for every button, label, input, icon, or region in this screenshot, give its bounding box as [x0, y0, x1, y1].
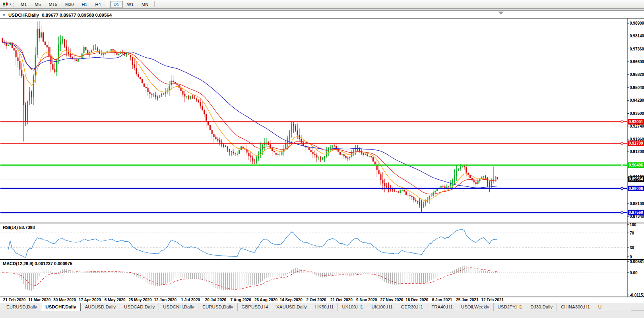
chart-title: ▼ USDCHF,Daily 0.89677 0.89677 0.89508 0…: [2, 13, 112, 17]
timeframe-button-w1[interactable]: W1: [124, 1, 138, 8]
chart-canvas[interactable]: 0.989000.981400.973600.966000.958200.950…: [0, 11, 644, 303]
chart-area: 0.989000.981400.973600.966000.958200.950…: [0, 11, 644, 303]
timeframe-button-d1[interactable]: D1: [110, 1, 123, 8]
svg-text:0.98900: 0.98900: [630, 21, 644, 25]
svg-text:30: 30: [630, 246, 634, 250]
horizontal-lines-layer[interactable]: [0, 121, 627, 213]
svg-text:6 Jan 2021: 6 Jan 2021: [432, 298, 452, 302]
svg-text:0.89006: 0.89006: [628, 186, 643, 191]
chart-symbol-label: USDCHF,Daily: [8, 13, 39, 17]
svg-text:17 Apr 2020: 17 Apr 2020: [79, 298, 101, 302]
macd-indicator-label: MACD(12,26,9) 0.001237 0.000975: [3, 261, 72, 266]
timeframe-button-m30[interactable]: M30: [62, 1, 77, 8]
timeframe-buttons: M1M5M15M30H1H4D1W1MN: [17, 1, 157, 8]
svg-text:12 Jun 2020: 12 Jun 2020: [154, 298, 177, 302]
svg-text:0.93001: 0.93001: [628, 120, 643, 124]
symbol-tab-u[interactable]: U: [594, 303, 605, 311]
indicator-axes: 100703000.0058180.00-0.011514: [627, 223, 644, 297]
svg-text:0.97360: 0.97360: [630, 47, 644, 51]
candles-layer: [2, 21, 498, 212]
svg-text:2 Oct 2020: 2 Oct 2020: [306, 298, 326, 302]
svg-text:0.95820: 0.95820: [630, 72, 644, 77]
symbol-tab-uk100-h1[interactable]: UK100,H1: [338, 303, 367, 311]
timeframe-button-m1[interactable]: M1: [17, 1, 30, 8]
chart-ohlc-values: 0.89677 0.89677 0.89508 0.89564: [42, 13, 112, 17]
svg-text:7 Aug 2020: 7 Aug 2020: [230, 298, 251, 302]
svg-text:70: 70: [630, 231, 634, 235]
svg-text:0.95040: 0.95040: [630, 85, 644, 90]
svg-text:0.00: 0.00: [630, 271, 638, 275]
chevron-down-icon[interactable]: ▾: [10, 3, 11, 6]
symbol-tab-usdjpy-h1[interactable]: USDJPY,H1: [493, 303, 526, 311]
symbol-tab-uk100-h1[interactable]: UK100,H1: [367, 303, 396, 311]
symbol-tab-ger30-h1[interactable]: GER30,H1: [397, 303, 427, 311]
symbol-tab-usdchf-daily[interactable]: USDCHF,Daily: [41, 303, 80, 311]
symbol-tab-china300-h1[interactable]: CHINA300,H1: [557, 303, 594, 311]
svg-text:12 Feb 2021: 12 Feb 2021: [481, 298, 504, 302]
macd-name: MACD(12,26,9): [3, 261, 33, 266]
macd-values: 0.001237 0.000975: [35, 261, 72, 266]
symbol-tab-eurusd-daily[interactable]: EURUSD,Daily: [2, 303, 41, 311]
timeframe-button-h4[interactable]: H4: [91, 1, 104, 8]
toolbar-separator: [154, 1, 155, 7]
symbol-tab-usdcad-daily[interactable]: USDCAD,Daily: [120, 303, 159, 311]
svg-text:11 Mar 2020: 11 Mar 2020: [28, 298, 51, 302]
svg-text:0.96600: 0.96600: [630, 60, 644, 64]
svg-text:9 Nov 2020: 9 Nov 2020: [356, 298, 377, 302]
svg-text:0: 0: [630, 255, 632, 259]
symbol-tab-dj30-daily[interactable]: DJ30,Daily: [526, 303, 557, 311]
symbol-tab-xauusd-daily[interactable]: XAUUSD,Daily: [272, 303, 311, 311]
svg-text:0.87560: 0.87560: [628, 210, 643, 215]
svg-text:25 Jan 2021: 25 Jan 2021: [456, 298, 479, 302]
symbol-tab-gbpusd-h4[interactable]: GBPUSD,H4: [237, 303, 272, 311]
svg-text:0.91709: 0.91709: [628, 141, 643, 145]
macd-signal-line: [2, 268, 497, 289]
symbol-tab-eurusd-daily[interactable]: EURUSD,Daily: [198, 303, 237, 311]
svg-text:14 Sep 2020: 14 Sep 2020: [280, 298, 303, 302]
svg-text:0.005818: 0.005818: [630, 260, 644, 264]
symbol-tab-audusd-daily[interactable]: AUDUSD,Daily: [81, 303, 120, 311]
symbol-tab-bar: EURUSD,DailyUSDCHF,DailyAUDUSD,DailyUSDC…: [0, 303, 644, 311]
svg-text:100: 100: [630, 223, 636, 227]
rsi-indicator-label: RSI(14) 53.7393: [3, 225, 35, 230]
svg-text:25 May 2020: 25 May 2020: [128, 298, 152, 302]
svg-text:16 Dec 2020: 16 Dec 2020: [405, 298, 429, 302]
timeframe-button-mn[interactable]: MN: [138, 1, 152, 8]
svg-text:0.89564: 0.89564: [628, 177, 643, 181]
status-bar: [0, 311, 644, 318]
timeframe-button-h1[interactable]: H1: [78, 1, 91, 8]
candlestick-chart-icon: [2, 2, 9, 7]
chart-shift-marker-icon[interactable]: [498, 12, 504, 15]
timeframe-button-m5[interactable]: M5: [31, 1, 44, 8]
timeframe-button-m15[interactable]: M15: [45, 1, 61, 8]
macd-panel: [0, 266, 627, 291]
chart-type-button[interactable]: ▾: [1, 1, 12, 8]
symbol-tab-usdcnh-daily[interactable]: USDCNH,Daily: [159, 303, 198, 311]
svg-text:6 May 2020: 6 May 2020: [105, 298, 126, 302]
svg-text:21 Feb 2020: 21 Feb 2020: [3, 298, 26, 302]
svg-text:0.94280: 0.94280: [630, 98, 644, 103]
rsi-name: RSI(14): [3, 225, 18, 230]
svg-text:-0.011514: -0.011514: [630, 293, 644, 297]
svg-text:0.91200: 0.91200: [630, 149, 644, 154]
triangle-down-icon[interactable]: ▼: [2, 14, 6, 17]
rsi-line: [8, 229, 497, 258]
svg-text:26 Aug 2020: 26 Aug 2020: [254, 298, 277, 302]
symbol-tab-hk50-h1[interactable]: HK50,H1: [311, 303, 338, 311]
panel-borders: [0, 18, 644, 297]
time-axis: 21 Feb 202011 Mar 202030 Mar 202017 Apr …: [3, 298, 504, 302]
timeframe-toolbar: ▾ M1M5M15M30H1H4D1W1MN: [0, 0, 644, 8]
svg-text:0.88100: 0.88100: [630, 202, 644, 206]
svg-text:27 Nov 2020: 27 Nov 2020: [380, 298, 403, 302]
toolbar-drag-handle[interactable]: [14, 2, 14, 7]
toolbar-separator: [107, 1, 108, 7]
rsi-panel: [0, 229, 627, 258]
sma-50-line: [2, 42, 497, 188]
svg-text:0.93500: 0.93500: [630, 111, 644, 116]
svg-text:30 Mar 2020: 30 Mar 2020: [53, 298, 76, 302]
symbol-tab-fra40-h1[interactable]: FRA40,H1: [427, 303, 457, 311]
svg-text:20 Jul 2020: 20 Jul 2020: [205, 298, 227, 302]
svg-text:21 Oct 2020: 21 Oct 2020: [330, 298, 353, 302]
symbol-tab-usoil-weekly[interactable]: USOil,Weekly: [457, 303, 493, 311]
terminal-window: ▾ M1M5M15M30H1H4D1W1MN 0.989000.981400.9…: [0, 0, 644, 318]
